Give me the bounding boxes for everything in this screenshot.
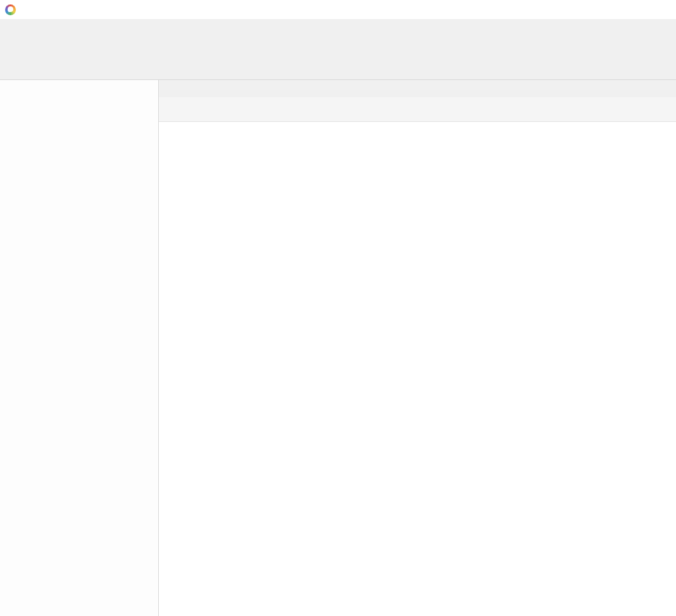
- main-area: [0, 80, 676, 616]
- tab-bar: [159, 80, 676, 97]
- navicat-logo-icon: [5, 4, 16, 15]
- connection-tree: [0, 80, 159, 616]
- grid-toolbar: [159, 97, 676, 122]
- content-area: [159, 80, 676, 616]
- menu-bar: [0, 19, 676, 37]
- main-toolbar: [0, 37, 676, 80]
- data-grid: [159, 122, 676, 616]
- title-bar: [0, 0, 676, 19]
